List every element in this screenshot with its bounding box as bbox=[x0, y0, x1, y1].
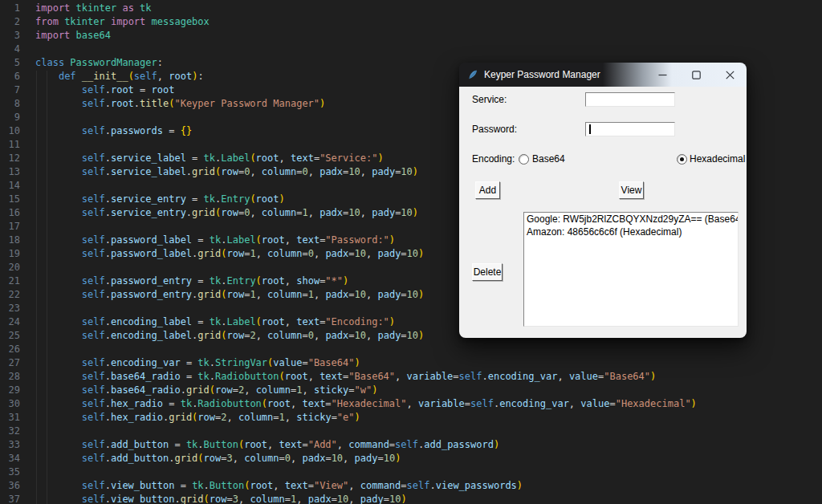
code-text: self.password_entry = tk.Entry(root, sho… bbox=[35, 274, 348, 288]
close-button[interactable] bbox=[713, 63, 747, 87]
radio-base64[interactable] bbox=[519, 154, 529, 165]
line-number: 15 bbox=[0, 193, 20, 206]
code-line[interactable]: 1import tkinter as tk bbox=[0, 2, 822, 15]
line-number: 32 bbox=[0, 425, 20, 438]
minimize-icon bbox=[658, 71, 667, 79]
line-number: 10 bbox=[0, 124, 20, 138]
radio-base64-label[interactable]: Base64 bbox=[532, 153, 565, 165]
line-number: 12 bbox=[0, 152, 20, 165]
code-text: self.password_label = tk.Label(root, tex… bbox=[35, 234, 395, 247]
line-number: 27 bbox=[0, 356, 20, 370]
line-number: 30 bbox=[0, 397, 20, 411]
code-text: self.root = root bbox=[35, 83, 174, 97]
code-text: self.hex_radio.grid(row=2, column=1, sti… bbox=[35, 411, 360, 425]
line-number: 7 bbox=[0, 83, 20, 97]
line-number: 26 bbox=[0, 343, 20, 356]
line-number: 18 bbox=[0, 234, 20, 247]
keyper-app-window: Keyper Password Manager Service: Passwor… bbox=[459, 63, 747, 338]
line-number: 11 bbox=[0, 138, 20, 152]
code-line[interactable]: 32 bbox=[0, 425, 822, 438]
line-number: 9 bbox=[0, 111, 20, 124]
line-number: 31 bbox=[0, 411, 20, 425]
maximize-button[interactable] bbox=[679, 63, 713, 87]
code-text: self.encoding_label = tk.Label(root, tex… bbox=[35, 315, 395, 329]
code-line[interactable]: 36 self.view_button = tk.Button(root, te… bbox=[0, 479, 822, 493]
code-line[interactable]: 37 self.view_button.grid(row=3, column=1… bbox=[0, 493, 822, 504]
line-number: 24 bbox=[0, 315, 20, 329]
line-number: 13 bbox=[0, 165, 20, 179]
tk-feather-icon bbox=[467, 69, 478, 80]
line-number: 23 bbox=[0, 302, 20, 315]
code-text: self.encoding_label.grid(row=2, column=0… bbox=[35, 329, 424, 343]
code-line[interactable]: 30 self.hex_radio = tk.Radiobutton(root,… bbox=[0, 397, 822, 411]
code-text: self.service_entry.grid(row=0, column=1,… bbox=[35, 206, 418, 220]
window-titlebar[interactable]: Keyper Password Manager bbox=[459, 63, 747, 87]
code-text: self.root.title("Keyper Password Manager… bbox=[35, 97, 325, 111]
code-line[interactable]: 29 self.base64_radio.grid(row=2, column=… bbox=[0, 384, 822, 397]
add-button[interactable]: Add bbox=[475, 181, 500, 199]
screen: 1import tkinter as tk2from tkinter impor… bbox=[0, 0, 822, 504]
code-text: self.password_label.grid(row=1, column=0… bbox=[35, 247, 424, 261]
code-text: def __init__(self, root): bbox=[35, 70, 204, 83]
radio-hexadecimal-label[interactable]: Hexadecimal bbox=[690, 153, 745, 165]
line-number: 37 bbox=[0, 493, 20, 504]
window-controls bbox=[645, 63, 747, 87]
line-number: 14 bbox=[0, 179, 20, 193]
code-line[interactable]: 31 self.hex_radio.grid(row=2, column=1, … bbox=[0, 411, 822, 425]
line-number: 29 bbox=[0, 384, 20, 397]
code-text: self.passwords = {} bbox=[35, 124, 192, 138]
line-number: 19 bbox=[0, 247, 20, 261]
code-line[interactable]: 26 bbox=[0, 343, 822, 356]
code-text: self.view_button.grid(row=3, column=1, p… bbox=[35, 493, 407, 504]
code-text: self.hex_radio = tk.Radiobutton(root, te… bbox=[35, 397, 697, 411]
code-line[interactable]: 27 self.encoding_var = tk.StringVar(valu… bbox=[0, 356, 822, 370]
code-text: self.base64_radio.grid(row=2, column=1, … bbox=[35, 384, 377, 397]
password-label: Password: bbox=[472, 124, 517, 135]
list-item[interactable]: Amazon: 48656c6c6f (Hexadecimal) bbox=[524, 226, 738, 238]
indent-guide bbox=[47, 71, 47, 504]
code-text: import tkinter as tk bbox=[35, 2, 152, 15]
line-number: 34 bbox=[0, 452, 20, 465]
line-number: 17 bbox=[0, 220, 20, 234]
close-icon bbox=[726, 71, 735, 79]
code-line[interactable]: 34 self.add_button.grid(row=3, column=0,… bbox=[0, 452, 822, 465]
code-line[interactable]: 33 self.add_button = tk.Button(root, tex… bbox=[0, 438, 822, 452]
line-number: 2 bbox=[0, 15, 20, 29]
line-number: 20 bbox=[0, 261, 20, 274]
password-entry[interactable] bbox=[585, 122, 675, 136]
list-item[interactable]: Google: RW5jb2RlZCBQYXNzd29yZA== (Base64… bbox=[524, 213, 738, 226]
code-line[interactable]: 35 bbox=[0, 465, 822, 479]
password-listbox[interactable]: Google: RW5jb2RlZCBQYXNzd29yZA== (Base64… bbox=[523, 212, 739, 327]
radio-hexadecimal[interactable] bbox=[677, 154, 687, 165]
indent-guide bbox=[36, 71, 37, 504]
line-number: 3 bbox=[0, 29, 20, 43]
code-text: self.service_entry = tk.Entry(root) bbox=[35, 193, 285, 206]
code-text: class PasswordManager: bbox=[35, 56, 163, 70]
line-number: 8 bbox=[0, 97, 20, 111]
line-number: 1 bbox=[0, 2, 20, 15]
line-number: 25 bbox=[0, 329, 20, 343]
line-number: 5 bbox=[0, 56, 20, 70]
line-number: 28 bbox=[0, 370, 20, 384]
line-number: 22 bbox=[0, 288, 20, 302]
window-title: Keyper Password Manager bbox=[484, 69, 600, 80]
code-text: self.view_button = tk.Button(root, text=… bbox=[35, 479, 523, 493]
code-line[interactable]: 4 bbox=[0, 43, 822, 56]
code-text: import base64 bbox=[35, 29, 111, 43]
encoding-label: Encoding: bbox=[472, 153, 515, 165]
code-text: self.base64_radio = tk.Radiobutton(root,… bbox=[35, 370, 656, 384]
code-line[interactable]: 2from tkinter import messagebox bbox=[0, 15, 822, 29]
delete-button[interactable]: Delete bbox=[472, 263, 503, 281]
minimize-button[interactable] bbox=[645, 63, 679, 87]
service-entry[interactable] bbox=[585, 92, 675, 107]
line-number: 36 bbox=[0, 479, 20, 493]
service-label: Service: bbox=[472, 94, 507, 105]
line-number: 16 bbox=[0, 206, 20, 220]
code-text: self.password_entry.grid(row=1, column=1… bbox=[35, 288, 424, 302]
code-text: self.add_button.grid(row=3, column=0, pa… bbox=[35, 452, 401, 465]
view-button[interactable]: View bbox=[619, 181, 644, 199]
code-line[interactable]: 3import base64 bbox=[0, 29, 822, 43]
code-line[interactable]: 28 self.base64_radio = tk.Radiobutton(ro… bbox=[0, 370, 822, 384]
line-number: 33 bbox=[0, 438, 20, 452]
code-text: self.encoding_var = tk.StringVar(value="… bbox=[35, 356, 360, 370]
